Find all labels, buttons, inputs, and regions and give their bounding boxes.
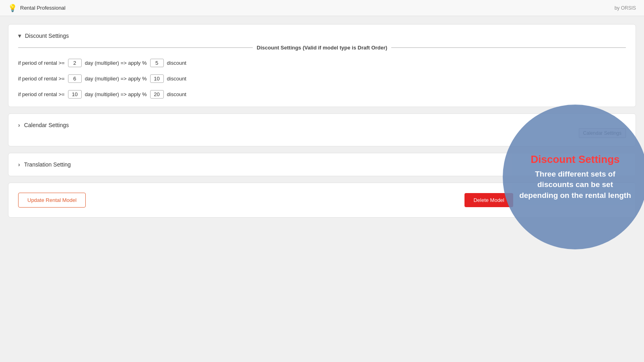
app-icon: 💡 (8, 4, 17, 12)
discount-section-title: Discount Settings (25, 33, 69, 39)
calendar-section-title: Calendar Settings (24, 122, 69, 128)
calendar-settings-button[interactable]: Calendar Settings (579, 128, 626, 138)
action-card: Update Rental Model Delete Model Discoun… (8, 183, 636, 218)
discount-section-header[interactable]: ▾ Discount Settings (18, 33, 626, 39)
discount-row-2-value[interactable]: 10 (150, 74, 164, 83)
discount-row-3-prefix: if period of rental >= (18, 91, 65, 97)
discount-row-2-middle: day (multiplier) => apply % (85, 76, 147, 82)
discount-row-1-suffix: discount (167, 60, 186, 66)
discount-row-2: if period of rental >= 6 day (multiplier… (18, 74, 626, 83)
delete-model-button[interactable]: Delete Model (464, 193, 513, 207)
discount-divider: Discount Settings (Valid if model type i… (18, 45, 626, 51)
translation-chevron-icon: › (18, 161, 20, 168)
discount-row-3-threshold[interactable]: 10 (68, 90, 82, 99)
discount-row-2-suffix: discount (167, 76, 186, 82)
discount-row-2-prefix: if period of rental >= (18, 76, 65, 82)
discount-row-2-threshold[interactable]: 6 (68, 74, 82, 83)
discount-row-3-value[interactable]: 20 (150, 90, 164, 99)
discount-row-3-middle: day (multiplier) => apply % (85, 91, 147, 97)
byline: by ORSIS (615, 5, 636, 11)
app-title: Rental Professional (20, 5, 66, 11)
main-content: ▾ Discount Settings Discount Settings (V… (0, 16, 644, 226)
discount-row-1-middle: day (multiplier) => apply % (85, 60, 147, 66)
discount-row-1-threshold[interactable]: 2 (68, 59, 82, 67)
translation-section-title: Translation Setting (24, 161, 71, 168)
top-bar: 💡 Rental Professional by ORSIS (0, 0, 644, 16)
calendar-chevron-icon: › (18, 122, 20, 128)
calendar-settings-card: › Calendar Settings Calendar Settings (8, 113, 636, 146)
discount-row-3: if period of rental >= 10 day (multiplie… (18, 90, 626, 99)
translation-section-header[interactable]: › Translation Setting (18, 161, 626, 168)
app-branding: 💡 Rental Professional (8, 4, 66, 12)
discount-chevron-icon: ▾ (18, 33, 21, 39)
discount-row-1: if period of rental >= 2 day (multiplier… (18, 59, 626, 67)
discount-settings-card: ▾ Discount Settings Discount Settings (V… (8, 24, 636, 107)
discount-row-3-suffix: discount (167, 91, 186, 97)
update-rental-model-button[interactable]: Update Rental Model (18, 193, 86, 208)
discount-row-1-value[interactable]: 5 (150, 59, 164, 67)
discount-row-1-prefix: if period of rental >= (18, 60, 65, 66)
calendar-section-header[interactable]: › Calendar Settings (18, 122, 626, 128)
translation-settings-card: › Translation Setting (8, 153, 636, 176)
